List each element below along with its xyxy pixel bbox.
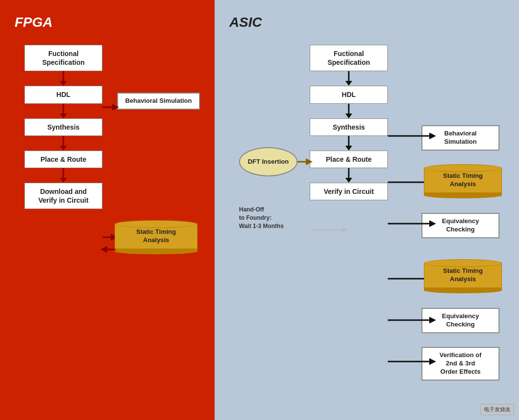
fpga-static-timing-cylinder: Static TimingAnalysis xyxy=(115,220,198,254)
svg-marker-1 xyxy=(60,81,67,86)
svg-marker-15 xyxy=(345,81,352,86)
asic-title: ASIC xyxy=(229,15,509,30)
asic-behavioral-sim-box: BehavioralSimulation xyxy=(421,125,499,151)
svg-marker-7 xyxy=(60,178,67,183)
fpga-hdl: HDL xyxy=(24,86,102,103)
fpga-behavioral-sim-box: Behavioral Simulation xyxy=(117,93,200,110)
asic-hdl: HDL xyxy=(310,86,388,103)
svg-marker-21 xyxy=(345,178,352,183)
asic-synthesis: Synthesis xyxy=(310,118,388,136)
asic-verify-circuit: Verify in Circuit xyxy=(310,183,388,200)
fpga-panel: FPGA Fuctional Specification HDL xyxy=(0,0,215,420)
dft-insertion-oval: DFT Insertion xyxy=(239,147,298,176)
asic-verification-box: Verification of2nd & 3rdOrder Effects xyxy=(421,347,499,381)
asic-panel: ASIC FuctionalSpecification HDL xyxy=(215,0,519,420)
svg-marker-19 xyxy=(345,146,352,151)
svg-marker-37 xyxy=(341,227,348,233)
svg-marker-13 xyxy=(100,246,107,253)
asic-eq-checking-1-box: EquivalencyChecking xyxy=(421,213,499,238)
fpga-flow-column: Fuctional Specification HDL Synthesis xyxy=(24,45,102,209)
asic-static-timing-2-cylinder: Static TimingAnalysis xyxy=(424,259,502,293)
fpga-functional-spec: Fuctional Specification xyxy=(24,45,102,71)
asic-static-timing-1-cylinder: Static TimingAnalysis xyxy=(424,164,502,198)
asic-place-route: Place & Route xyxy=(310,151,388,168)
asic-functional-spec: FuctionalSpecification xyxy=(310,45,388,71)
svg-marker-5 xyxy=(60,146,67,151)
fpga-synthesis: Synthesis xyxy=(24,118,102,136)
fpga-download-verify: Download andVerify in Circuit xyxy=(24,183,102,209)
asic-flow-column: FuctionalSpecification HDL Synthesis xyxy=(310,45,388,200)
fpga-title: FPGA xyxy=(15,15,205,30)
svg-marker-17 xyxy=(345,114,352,118)
handoff-label: Hand-Offto Foundry:Wait 1-3 Months xyxy=(239,206,307,230)
asic-eq-checking-2-box: EquivalencyChecking xyxy=(421,308,499,333)
watermark: 电子发烧友 xyxy=(480,404,514,415)
fpga-place-route: Place & Route xyxy=(24,151,102,168)
svg-marker-3 xyxy=(60,114,67,118)
